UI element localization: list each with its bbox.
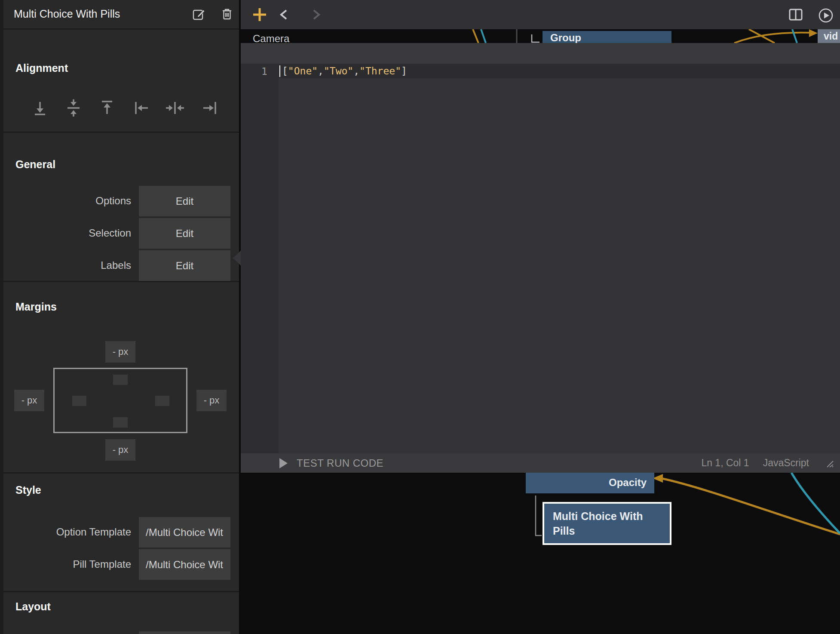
hierarchy-connector xyxy=(536,496,542,536)
divider xyxy=(0,472,239,474)
wire-arrowhead xyxy=(809,29,818,37)
alignment-heading: Alignment xyxy=(15,62,68,74)
wire-teal[interactable] xyxy=(791,473,840,533)
wire-teal[interactable] xyxy=(481,29,486,43)
popover-arrow xyxy=(233,251,241,265)
margin-top-handle[interactable] xyxy=(113,375,128,385)
margins-heading: Margins xyxy=(15,301,57,313)
selection-edit-button[interactable]: Edit xyxy=(139,218,230,249)
vid-node-label: vid xyxy=(824,31,838,42)
sidebar-left-edge xyxy=(0,0,3,634)
align-left-icon[interactable] xyxy=(132,98,151,117)
trash-icon[interactable] xyxy=(220,7,234,21)
code-text: ["One","Two","Three"] xyxy=(282,65,407,77)
margin-bottom-button[interactable]: - px xyxy=(105,439,135,461)
align-bottom-icon[interactable] xyxy=(31,98,49,117)
align-center-horizontal-icon[interactable] xyxy=(166,98,184,117)
general-heading: General xyxy=(15,158,55,171)
code-input-area[interactable]: ["One","Two","Three"] xyxy=(279,64,840,453)
layout-heading: Layout xyxy=(15,600,51,613)
code-editor-panel: 1 ["One","Two","Three"] TEST RUN CODE Ln… xyxy=(241,43,840,473)
align-center-vertical-icon[interactable] xyxy=(64,98,83,117)
group-node-label: Group xyxy=(550,32,581,43)
code-token: , xyxy=(353,65,359,77)
line-number: 1 xyxy=(261,66,267,77)
code-token: [ xyxy=(282,65,288,77)
editor-gutter xyxy=(241,64,279,453)
pill-template-button[interactable]: /Multi Choice Wit xyxy=(139,549,230,580)
divider xyxy=(0,28,239,30)
multi-choice-node-label: Multi Choice With Pills xyxy=(553,509,660,538)
option-template-button[interactable]: /Multi Choice Wit xyxy=(139,517,230,548)
node-canvas-bottom[interactable]: Opacity Multi Choice With Pills xyxy=(241,473,840,634)
forward-button[interactable] xyxy=(309,9,322,20)
divider xyxy=(0,591,239,592)
wires-top xyxy=(241,29,840,43)
node-canvas-top[interactable]: Camera Group vid xyxy=(241,29,840,43)
code-token: , xyxy=(318,65,324,77)
align-right-icon[interactable] xyxy=(200,98,219,117)
wire-teal[interactable] xyxy=(792,29,797,43)
style-heading: Style xyxy=(15,484,41,496)
margin-left-button[interactable]: - px xyxy=(14,390,44,411)
code-token: ] xyxy=(401,65,407,77)
group-node[interactable]: Group xyxy=(543,31,671,43)
code-token: "One" xyxy=(288,65,318,77)
labels-label: Labels xyxy=(0,259,131,271)
pill-template-label: Pill Template xyxy=(0,558,131,570)
margin-left-handle[interactable] xyxy=(72,396,86,406)
inspector-header: Multi Choice With Pills xyxy=(0,0,239,28)
inspector-sidebar: Multi Choice With Pills Alignment xyxy=(0,0,239,634)
text-cursor xyxy=(279,65,280,77)
align-top-icon[interactable] xyxy=(98,98,116,117)
graph-toolbar xyxy=(241,0,840,29)
wire-orange[interactable] xyxy=(473,29,478,43)
margin-right-handle[interactable] xyxy=(155,396,169,406)
edit-pencil-icon[interactable] xyxy=(192,7,206,21)
resize-grip-icon[interactable] xyxy=(823,459,834,468)
vid-node[interactable]: vid xyxy=(818,29,840,43)
option-template-label: Option Template xyxy=(0,526,131,538)
multi-choice-with-pills-node[interactable]: Multi Choice With Pills xyxy=(543,502,671,545)
wires-bottom xyxy=(241,473,840,634)
split-view-icon[interactable] xyxy=(789,9,803,21)
opacity-node-label: Opacity xyxy=(609,477,647,489)
margin-right-button[interactable]: - px xyxy=(196,390,227,411)
labels-edit-button[interactable]: Edit xyxy=(139,250,230,281)
cursor-position: Ln 1, Col 1 xyxy=(701,457,749,469)
wire-orange[interactable] xyxy=(661,478,840,534)
code-token: "Three" xyxy=(359,65,401,77)
hierarchy-bracket xyxy=(532,34,540,42)
selection-label: Selection xyxy=(0,227,131,239)
camera-node-label[interactable]: Camera xyxy=(253,33,289,43)
opacity-node[interactable]: Opacity xyxy=(526,473,654,493)
margin-bottom-handle[interactable] xyxy=(113,417,128,428)
divider xyxy=(0,132,239,133)
options-label: Options xyxy=(0,195,131,207)
test-run-play-icon[interactable] xyxy=(279,458,288,469)
test-run-code-button[interactable]: TEST RUN CODE xyxy=(297,457,383,469)
divider xyxy=(0,281,239,282)
margin-top-button[interactable]: - px xyxy=(105,341,135,363)
language-mode[interactable]: JavaScript xyxy=(763,457,809,469)
layout-partial-button[interactable] xyxy=(139,631,230,634)
inspector-title: Multi Choice With Pills xyxy=(14,8,120,20)
code-token: "Two" xyxy=(324,65,353,77)
add-node-button[interactable] xyxy=(249,4,270,25)
back-button[interactable] xyxy=(278,9,291,20)
run-preview-icon[interactable] xyxy=(819,8,833,23)
options-edit-button[interactable]: Edit xyxy=(139,186,230,216)
editor-status-bar: TEST RUN CODE Ln 1, Col 1 JavaScript xyxy=(241,453,840,473)
